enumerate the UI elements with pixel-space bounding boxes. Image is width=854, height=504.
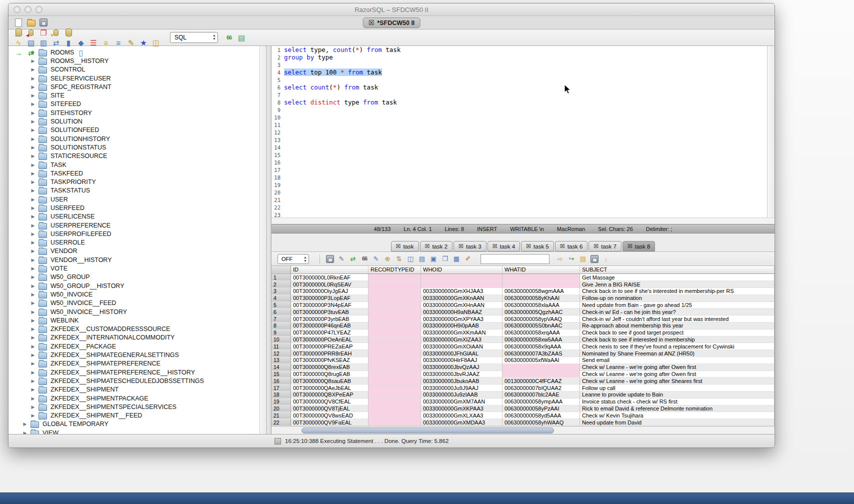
cell-subject[interactable]: Check back to see if interested in membe… — [580, 336, 774, 344]
result-tab-task[interactable]: ☒task — [391, 241, 419, 252]
result-tab-task-2[interactable]: ☒task 2 — [420, 241, 453, 252]
sidebar-item-sfdc_registrant[interactable]: ▶SFDC_REGISTRANT — [8, 82, 260, 91]
expand-arrow-icon[interactable]: ▶ — [30, 76, 36, 81]
cell-recordtypeid[interactable] — [368, 316, 421, 322]
sidebar-item-w50_invoice[interactable]: ▶W50_INVOICE — [8, 290, 260, 298]
table-row[interactable]: 600T3000000P3tuvEAB0033000000H9aNBAAZ006… — [272, 308, 774, 316]
cell-whatid[interactable]: 006300000058xw5AAA — [502, 336, 580, 344]
cell-whatid[interactable] — [502, 281, 580, 288]
cell-whoid[interactable]: 0033000000HirF8AAJ — [421, 357, 502, 364]
cell-recordtypeid[interactable] — [368, 308, 421, 316]
cell-recordtypeid[interactable] — [368, 398, 421, 406]
sidebar-item-sitefeed[interactable]: ▶SITEFEED — [8, 100, 260, 108]
sidebar-item-userrole[interactable]: ▶USERROLE — [8, 238, 260, 247]
sidebar-item-global-temporary[interactable]: ▶GLOBAL TEMPORARY — [8, 420, 260, 428]
expand-arrow-icon[interactable]: ▶ — [30, 274, 36, 280]
cell-whatid[interactable]: 006300000058ympAAA — [502, 398, 580, 406]
sidebar-item-taskfeed[interactable]: ▶TASKFEED — [8, 169, 260, 178]
sidebar-item-solutionhistory[interactable]: ▶SOLUTIONHISTORY — [8, 134, 260, 143]
table-row[interactable]: 1600T3000000Q8sauEAB0033000000JbukoAAB00… — [272, 378, 774, 384]
table-row[interactable]: 400T3000000P3LopEAF0033000000GmXKnAAN006… — [272, 295, 774, 302]
column-header-whoid[interactable]: WHOID — [421, 266, 502, 274]
cell-whatid[interactable]: 006300000058yhWAAQ — [502, 419, 580, 426]
cell-id[interactable]: 00T3000000L0RqSEAV — [291, 281, 368, 288]
cell-num[interactable]: 20 — [272, 406, 291, 412]
tab-close-icon[interactable]: ☒ — [425, 244, 430, 249]
cell-recordtypeid[interactable] — [368, 412, 421, 419]
cell-recordtypeid[interactable] — [368, 336, 421, 344]
zoom-window-button[interactable] — [36, 6, 42, 13]
tab-close-icon[interactable]: ☒ — [526, 244, 531, 249]
cell-whoid[interactable]: 0033000000Ju9zIAAB — [421, 392, 502, 398]
cell-subject[interactable]: Give Jenn a BIG RAISE — [580, 281, 774, 288]
column-header-recordtypeid[interactable]: RECORDTYPEID — [368, 266, 421, 274]
cell-subject[interactable]: Check w/ Leanne - we're going after Owen… — [580, 371, 774, 378]
table-row[interactable]: 1300T3000000PfvKSEAZ0033000000HirF8AAJ00… — [272, 357, 774, 364]
sidebar-item-sitehistory[interactable]: ▶SITEHISTORY — [8, 108, 260, 117]
expand-arrow-icon[interactable]: ▶ — [30, 223, 36, 228]
expand-arrow-icon[interactable]: ▶ — [30, 154, 36, 158]
cell-whoid[interactable]: 0033000000JbvQzAAJ — [421, 364, 502, 371]
cell-num[interactable]: 4 — [272, 295, 291, 302]
cell-recordtypeid[interactable] — [368, 392, 421, 398]
sidebar-item-w50_group[interactable]: ▶W50_GROUP — [8, 273, 260, 282]
sidebar-item-vote[interactable]: ▶VOTE — [8, 264, 260, 272]
import-icon[interactable]: ↪ — [567, 254, 576, 264]
cell-whatid[interactable]: 00630000005S0bnAAC — [502, 322, 580, 330]
cell-num[interactable]: 5 — [272, 302, 291, 309]
checklist-icon[interactable]: ▤ — [26, 38, 36, 48]
cell-num[interactable]: 12 — [272, 350, 291, 357]
expand-arrow-icon[interactable]: ▶ — [30, 188, 36, 193]
cell-whoid[interactable]: 0033000000GmXOiAAN — [421, 343, 502, 350]
table-row[interactable]: 1900T3000000QV8CfEAL0033000000GmXM7AAN00… — [272, 398, 774, 406]
cell-recordtypeid[interactable] — [368, 357, 421, 364]
check-icon[interactable]: ✓ — [51, 48, 61, 58]
cell-num[interactable]: 13 — [272, 357, 291, 364]
cell-id[interactable]: 00T3000000QV8CfEAL — [291, 398, 368, 406]
manual-icon[interactable]: ◆ — [76, 38, 86, 48]
sidebar-item-w50_invoice__feed[interactable]: ▶W50_INVOICE__FEED — [8, 299, 260, 308]
cell-id[interactable]: 00T3000000OiyJgEAJ — [291, 288, 368, 295]
cell-recordtypeid[interactable] — [368, 378, 421, 384]
describe-icon[interactable]: 66 — [224, 32, 234, 42]
expand-arrow-icon[interactable]: ▶ — [30, 128, 36, 132]
sidebar-item-zkfedex__shipmentpackage[interactable]: ▶ZKFEDEX__SHIPMENTPACKAGE — [8, 394, 260, 402]
expand-arrow-icon[interactable]: ▶ — [30, 93, 36, 98]
cell-recordtypeid[interactable] — [368, 371, 421, 378]
sidebar-item-solution[interactable]: ▶SOLUTION — [8, 117, 260, 126]
sidebar-item-taskpriority[interactable]: ▶TASKPRIORITY — [8, 178, 260, 186]
save-results-icon[interactable] — [326, 254, 334, 264]
cell-whoid[interactable]: 0033000000JFhGlAAL — [421, 350, 502, 357]
expand-arrow-icon[interactable]: ▶ — [30, 318, 36, 323]
sidebar-item-zkfedex__shipmentspecialservices[interactable]: ▶ZKFEDEX__SHIPMENTSPECIALSERVICES — [8, 402, 260, 411]
cell-whatid[interactable]: 00630000005xfWaAAI — [502, 357, 580, 364]
table-row[interactable]: 200T3000000L0RqSEAVGive Jenn a BIG RAISE… — [272, 281, 774, 288]
download-icon[interactable]: ↓ — [602, 254, 610, 264]
tab-close-icon[interactable]: ☒ — [492, 244, 498, 249]
titlebar[interactable]: RazorSQL – SFDCW50 II — [8, 4, 774, 16]
cell-whatid[interactable]: 006300000058ypVAAQ — [502, 316, 580, 322]
column-header-subject[interactable]: SUBJECT — [580, 266, 774, 274]
cell-whoid[interactable]: 0033000000GmXKPAA3 — [421, 406, 502, 412]
table-row[interactable]: 1500T3000000Q8rugEAB0033000000JbvRJAAZCh… — [272, 371, 774, 378]
sidebar-item-solutionstatus[interactable]: ▶SOLUTIONSTATUS — [8, 143, 260, 152]
cell-num[interactable]: 22 — [272, 419, 291, 426]
expand-arrow-icon[interactable]: ▶ — [30, 266, 36, 271]
cell-subject[interactable]: Check-in w/ Jeff - couldn't afford last … — [580, 316, 774, 322]
sql-mode-select[interactable]: SQL ▲▼ — [170, 32, 218, 43]
table-row[interactable]: 1700T3000000QAeJbEAL0033000000Ju9J9AAJ00… — [272, 384, 774, 392]
cell-recordtypeid[interactable] — [368, 288, 421, 295]
sidebar-item-userprofilefeed[interactable]: ▶USERPROFILEFEED — [8, 230, 260, 238]
sidebar-item-user[interactable]: ▶USER — [8, 195, 260, 204]
cell-recordtypeid[interactable] — [368, 364, 421, 371]
sidebar-item-weblink[interactable]: ▶WEBLINK — [8, 316, 260, 324]
cell-num[interactable]: 7 — [272, 316, 291, 322]
form-view-icon[interactable]: ▣ — [429, 254, 438, 264]
edit-icon[interactable]: ✎ — [372, 254, 380, 264]
cell-id[interactable]: 00T3000000P3yrbEAB — [291, 316, 368, 322]
tab-close-icon[interactable]: ☒ — [594, 244, 598, 249]
connections-icon[interactable] — [64, 28, 74, 38]
editor-hscrollbar[interactable] — [272, 218, 774, 224]
cell-recordtypeid[interactable] — [368, 406, 421, 412]
sidebar-item-taskstatus[interactable]: ▶TASKSTATUS — [8, 186, 260, 195]
